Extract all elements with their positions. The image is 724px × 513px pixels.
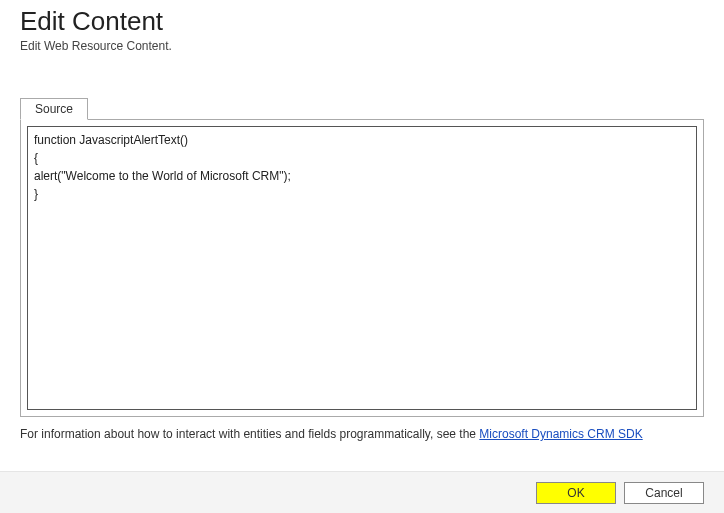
info-text: For information about how to interact wi… <box>0 417 724 441</box>
cancel-button[interactable]: Cancel <box>624 482 704 504</box>
info-prefix: For information about how to interact wi… <box>20 427 479 441</box>
sdk-link[interactable]: Microsoft Dynamics CRM SDK <box>479 427 642 441</box>
page-title: Edit Content <box>20 6 704 37</box>
tab-source[interactable]: Source <box>20 98 88 120</box>
editor-frame <box>20 119 704 417</box>
dialog-header: Edit Content Edit Web Resource Content. <box>0 0 724 59</box>
source-code-textarea[interactable] <box>27 126 697 410</box>
dialog-footer: OK Cancel <box>0 471 724 513</box>
page-subtitle: Edit Web Resource Content. <box>20 39 704 53</box>
content-area: Source <box>0 59 724 417</box>
ok-button[interactable]: OK <box>536 482 616 504</box>
tab-strip: Source <box>20 97 704 119</box>
